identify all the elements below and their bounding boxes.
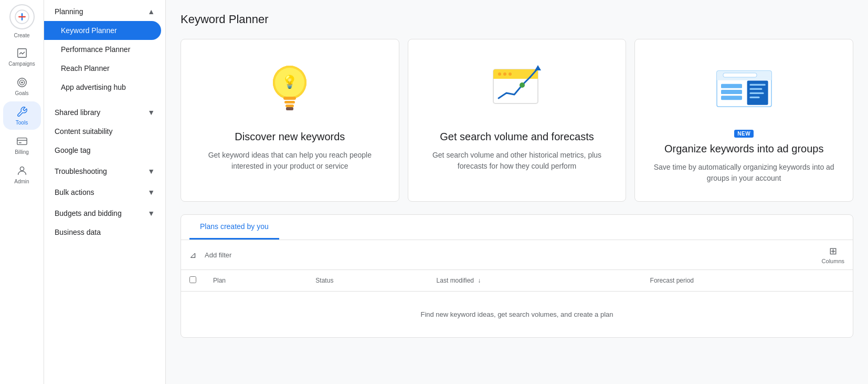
svg-rect-32 (721, 90, 742, 94)
tools-icon (16, 106, 28, 118)
sidebar: Create Campaigns Goals Tools (0, 0, 44, 384)
card-search-volume[interactable]: Get search volume and forecasts Get sear… (408, 39, 627, 202)
plans-toolbar: ⊿ Add filter ⊞ Columns (181, 240, 853, 270)
budgets-bidding-chevron-icon: ▼ (147, 209, 155, 217)
svg-point-23 (509, 72, 512, 76)
sort-icon: ↓ (478, 277, 481, 284)
svg-rect-14 (284, 101, 295, 103)
svg-point-22 (503, 72, 506, 76)
admin-nav-label: Admin (14, 179, 29, 184)
main-content: Keyword Planner 💡 (166, 0, 868, 384)
table-header-row: Plan Status Last modified ↓ Forecast per… (181, 270, 853, 292)
page-title: Keyword Planner (181, 13, 853, 26)
bulk-actions-chevron-icon: ▼ (147, 188, 155, 196)
bulk-actions-label: Bulk actions (55, 188, 94, 196)
svg-rect-15 (285, 105, 294, 107)
svg-rect-33 (721, 96, 742, 100)
table-header-plan: Plan (205, 270, 307, 292)
svg-rect-35 (749, 84, 765, 86)
card-organize-title: Organize keywords into ad groups (664, 142, 824, 155)
card-discover-desc: Get keyword ideas that can help you reac… (196, 150, 384, 172)
budgets-bidding-section-header[interactable]: Budgets and bidding ▼ (44, 202, 165, 223)
sidebar-item-tools[interactable]: Tools (3, 101, 41, 130)
billing-icon (16, 135, 28, 148)
svg-rect-38 (749, 97, 759, 98)
svg-point-21 (498, 72, 501, 76)
nav-item-performance-planner[interactable]: Performance Planner (44, 40, 161, 59)
plans-section: Plans created by you ⊿ Add filter ⊞ Colu… (181, 214, 853, 338)
svg-rect-6 (17, 138, 26, 145)
select-all-checkbox[interactable] (189, 276, 196, 283)
filter-area: ⊿ Add filter (189, 249, 236, 261)
budgets-bidding-label: Budgets and bidding (55, 209, 122, 217)
svg-rect-13 (283, 97, 296, 100)
svg-point-24 (520, 82, 525, 88)
table-empty-row: Find new keyword ideas, get search volum… (181, 292, 853, 338)
svg-rect-30 (723, 73, 757, 77)
add-filter-button[interactable]: Add filter (200, 249, 236, 261)
columns-icon: ⊞ (829, 245, 837, 257)
card-discover-title: Discover new keywords (235, 130, 345, 143)
card-volume-title: Get search volume and forecasts (440, 130, 594, 143)
plans-table: Plan Status Last modified ↓ Forecast per… (181, 270, 853, 337)
planning-section-header[interactable]: Planning ▲ (44, 0, 165, 21)
troubleshooting-chevron-icon: ▼ (147, 167, 155, 175)
chart-illustration (485, 56, 548, 119)
create-label: Create (14, 33, 29, 38)
svg-point-9 (20, 167, 24, 171)
nav-item-business-data[interactable]: Business data (44, 223, 165, 242)
cards-row: 💡 Discover new keywords Get keyword idea… (181, 39, 853, 202)
create-button[interactable] (9, 4, 35, 29)
svg-marker-26 (535, 65, 541, 70)
table-header-status: Status (307, 270, 428, 292)
planning-label: Planning (55, 7, 83, 16)
card-organize-desc: Save time by automatically organizing ke… (650, 162, 838, 184)
nav-item-keyword-planner[interactable]: Keyword Planner (44, 21, 161, 40)
shared-library-chevron-icon: ▼ (147, 108, 155, 117)
tab-plans-created-by-you[interactable]: Plans created by you (189, 215, 279, 240)
sidebar-item-admin[interactable]: Admin (3, 160, 41, 189)
card-organize-keywords[interactable]: NEW Organize keywords into ad groups Sav… (634, 39, 853, 202)
troubleshooting-label: Troubleshooting (55, 167, 107, 175)
table-header-last-modified[interactable]: Last modified ↓ (428, 270, 642, 292)
new-badge: NEW (734, 130, 754, 138)
bulk-actions-section-header[interactable]: Bulk actions ▼ (44, 181, 165, 202)
goals-icon (16, 76, 28, 89)
sidebar-item-campaigns[interactable]: Campaigns (3, 43, 41, 71)
svg-text:💡: 💡 (282, 74, 298, 89)
tools-nav-label: Tools (16, 120, 28, 126)
svg-rect-17 (286, 107, 293, 110)
goals-nav-label: Goals (15, 90, 28, 96)
shared-library-label: Shared library (55, 108, 100, 117)
organize-illustration (713, 56, 776, 119)
plans-tabs: Plans created by you (181, 215, 853, 240)
filter-icon: ⊿ (189, 250, 196, 260)
shared-library-section-header[interactable]: Shared library ▼ (44, 101, 165, 122)
troubleshooting-section-header[interactable]: Troubleshooting ▼ (44, 160, 165, 181)
svg-rect-31 (721, 84, 742, 88)
svg-rect-37 (749, 92, 764, 94)
planning-items: Keyword Planner Performance Planner Reac… (44, 21, 165, 97)
columns-label: Columns (822, 258, 844, 264)
table-header-checkbox (181, 270, 205, 292)
nav-item-google-tag[interactable]: Google tag (44, 141, 165, 160)
admin-icon (16, 164, 28, 177)
campaigns-nav-label: Campaigns (8, 61, 35, 67)
sidebar-item-billing[interactable]: Billing (3, 131, 41, 159)
billing-nav-label: Billing (15, 149, 29, 155)
campaigns-icon (16, 47, 28, 59)
lightbulb-illustration: 💡 (258, 56, 321, 119)
nav-item-reach-planner[interactable]: Reach Planner (44, 59, 161, 78)
empty-message: Find new keyword ideas, get search volum… (181, 292, 853, 338)
planning-chevron-icon: ▲ (147, 7, 155, 16)
card-discover-keywords[interactable]: 💡 Discover new keywords Get keyword idea… (181, 39, 399, 202)
nav-item-app-advertising-hub[interactable]: App advertising hub (44, 78, 161, 97)
columns-button[interactable]: ⊞ Columns (822, 245, 844, 264)
nav-item-content-suitability[interactable]: Content suitability (44, 122, 165, 141)
card-volume-desc: Get search volume and other historical m… (423, 150, 611, 172)
sidebar-item-goals[interactable]: Goals (3, 72, 41, 100)
empty-state-text: Find new keyword ideas, get search volum… (189, 298, 844, 331)
svg-rect-36 (749, 88, 762, 90)
svg-point-5 (21, 81, 23, 84)
nav-panel: Planning ▲ Keyword Planner Performance P… (44, 0, 166, 384)
